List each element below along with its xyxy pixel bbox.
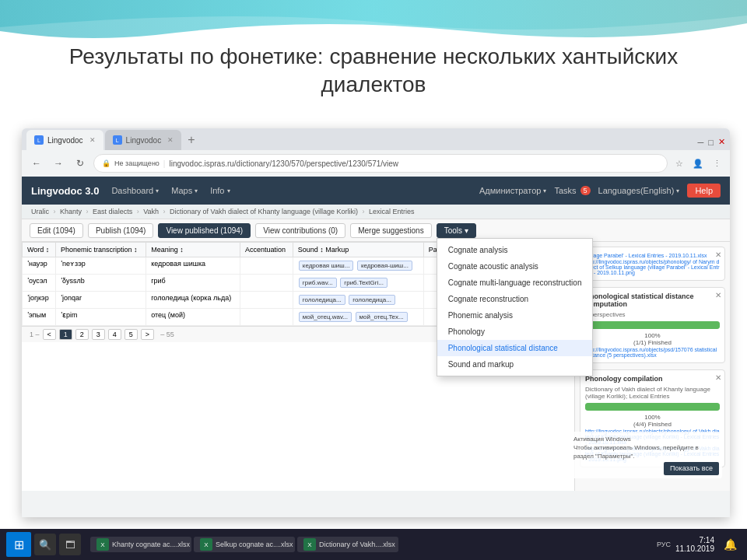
tab-favicon-1: L bbox=[34, 135, 44, 145]
sound-tag-2[interactable]: кедровая-шиш... bbox=[357, 261, 412, 271]
maximize-button[interactable]: □ bbox=[708, 138, 714, 147]
page-3[interactable]: 3 bbox=[92, 329, 105, 340]
menu-sound-markup[interactable]: Sound and markup bbox=[437, 356, 593, 373]
page-5[interactable]: 5 bbox=[124, 329, 138, 340]
tab-close-2[interactable]: ✕ bbox=[167, 136, 174, 144]
app-nav-right: Администратор ▾ Tasks 5 Languages(Englis… bbox=[479, 184, 721, 198]
sound-tag-2[interactable]: гриб.TextGri... bbox=[340, 278, 388, 288]
taskbar-app-3[interactable]: X Dictionary of Vakh....xlsx bbox=[297, 537, 398, 552]
panel-card-1-sub: 5 perspectives bbox=[585, 311, 720, 318]
page-1[interactable]: 1 bbox=[59, 329, 72, 340]
nav-dashboard[interactable]: Dashboard ▾ bbox=[111, 186, 159, 195]
col-sound-markup[interactable]: Sound ↕ Markup bbox=[293, 243, 423, 257]
publish-button[interactable]: Publish (1094) bbox=[88, 223, 153, 238]
address-bar[interactable]: 🔒 Не защищено | lingvodoc.ispras.ru/dict… bbox=[93, 154, 668, 173]
tab-label-2: Lingvodoc bbox=[126, 136, 162, 145]
tools-button[interactable]: Tools ▾ bbox=[437, 223, 476, 238]
page-4[interactable]: 4 bbox=[108, 329, 121, 340]
toolbar: Edit (1094) Publish (1094) View publishe… bbox=[22, 219, 730, 242]
tab-favicon-2: L bbox=[113, 135, 122, 145]
nav-forward-button[interactable]: → bbox=[50, 155, 67, 172]
taskbar-app-2[interactable]: X Selkup cognate ac....xlsx bbox=[194, 537, 295, 552]
sound-tag[interactable]: кедровая шиш... bbox=[299, 261, 354, 271]
sound-tag[interactable]: гриб.wav... bbox=[299, 278, 337, 288]
nav-languages[interactable]: Languages(English) ▾ bbox=[598, 186, 680, 195]
nav-back-button[interactable]: ← bbox=[28, 155, 45, 172]
notification-icon[interactable]: 🔔 bbox=[719, 534, 741, 555]
panel-close-2[interactable]: ✕ bbox=[715, 373, 721, 382]
new-tab-button[interactable]: + bbox=[183, 130, 199, 150]
cell-sound: гриб.wav... гриб.TextGri... bbox=[293, 275, 423, 292]
page-prev[interactable]: < bbox=[43, 329, 56, 340]
view-published-button[interactable]: View published (1094) bbox=[158, 223, 251, 238]
col-transcription[interactable]: Phonemic transcription ↕ bbox=[56, 243, 146, 257]
bookmark-icon[interactable]: ☆ bbox=[672, 156, 686, 170]
menu-cognate-acoustic[interactable]: Cognate acoustic analysis bbox=[437, 258, 593, 275]
top-link-2[interactable]: http://lingvodoc.ispras.ru/objects/phono… bbox=[585, 259, 720, 275]
menu-phonology[interactable]: Phonology bbox=[437, 324, 593, 340]
start-button[interactable]: ⊞ bbox=[6, 532, 31, 557]
col-word[interactable]: Word ↕ bbox=[23, 243, 56, 257]
cell-transcription: ꞌneʏзэр bbox=[56, 257, 146, 275]
nav-maps[interactable]: Maps ▾ bbox=[171, 186, 198, 195]
panel-close-top[interactable]: ✕ bbox=[715, 250, 721, 259]
account-icon[interactable]: 👤 bbox=[691, 156, 705, 170]
language-indicator: РУС bbox=[657, 541, 671, 548]
breadcrumb-item-0[interactable]: Uralic bbox=[31, 208, 49, 215]
breadcrumb-item-4[interactable]: Dictionary of Vakh dialect of Khanty lan… bbox=[170, 208, 358, 215]
menu-cognate-multilang[interactable]: Cognate multi-language reconstruction bbox=[437, 275, 593, 291]
sound-tag-2[interactable]: гололедица... bbox=[349, 295, 395, 305]
breadcrumb-item-3[interactable]: Vakh bbox=[143, 208, 159, 215]
separator: | bbox=[163, 159, 166, 168]
app-logo: Lingvodoc 3.0 bbox=[31, 185, 99, 197]
cell-accent bbox=[240, 275, 293, 292]
progress-status-1: (1/1) Finished bbox=[585, 339, 720, 346]
activation-watermark: Активация Windows Чтобы активировать Win… bbox=[574, 432, 722, 478]
nav-tasks[interactable]: Tasks 5 bbox=[554, 186, 590, 195]
col-accentuation[interactable]: Accentuation bbox=[240, 243, 293, 257]
main-area: Word ↕ Phonemic transcription ↕ Meaning … bbox=[22, 242, 730, 491]
show-all-button[interactable]: Показать все bbox=[664, 462, 719, 475]
sound-tag-2[interactable]: мой_отец.Tex... bbox=[356, 312, 408, 322]
cell-word: ꞌjоŋкэр bbox=[23, 292, 56, 309]
menu-cognate-analysis[interactable]: Cognate analysis bbox=[437, 242, 593, 258]
menu-phonemic-analysis[interactable]: Phonemic analysis bbox=[437, 307, 593, 324]
page-next[interactable]: > bbox=[141, 329, 154, 340]
not-secure-label: Не защищено bbox=[114, 159, 160, 167]
nav-refresh-button[interactable]: ↻ bbox=[72, 155, 89, 172]
url-text: lingvodoc.ispras.ru/dictionary/1230/570/… bbox=[169, 159, 398, 168]
top-link-1[interactable]: (village Parabel' - Lexical Entries - 20… bbox=[585, 253, 720, 258]
panel-close-1[interactable]: ✕ bbox=[715, 291, 721, 299]
task-view-icon[interactable]: 🗔 bbox=[59, 534, 81, 555]
progress-label-1: 100% bbox=[585, 332, 720, 339]
page-2[interactable]: 2 bbox=[75, 329, 89, 340]
taskbar-time: 7:14 11.10.2019 bbox=[675, 536, 714, 553]
panel-top-links: ✕ (village Parabel' - Lexical Entries - … bbox=[580, 247, 725, 281]
address-actions: ☆ 👤 ⋮ bbox=[672, 156, 724, 170]
menu-cognate-reconstruction[interactable]: Cognate reconstruction bbox=[437, 291, 593, 307]
search-taskbar-icon[interactable]: 🔍 bbox=[34, 534, 56, 555]
nav-info[interactable]: Info ▾ bbox=[210, 186, 230, 195]
close-button[interactable]: ✕ bbox=[718, 137, 725, 147]
menu-icon[interactable]: ⋮ bbox=[710, 156, 724, 170]
view-contributions-button[interactable]: View contributions (0) bbox=[255, 223, 345, 238]
breadcrumb-item-5[interactable]: Lexical Entries bbox=[369, 208, 415, 215]
browser-tab-2[interactable]: L Lingvodoc ✕ bbox=[105, 130, 182, 150]
menu-phonological-distance[interactable]: Phonological statistical distance bbox=[437, 340, 593, 356]
items-per-page: 55 bbox=[167, 331, 174, 338]
taskbar-app-1[interactable]: X Khanty cognate ac....xlsx bbox=[90, 537, 191, 552]
sound-tag[interactable]: мой_отец.wav... bbox=[299, 312, 352, 322]
breadcrumb-item-2[interactable]: East dialects bbox=[93, 208, 132, 215]
breadcrumb-item-1[interactable]: Khanty bbox=[60, 208, 82, 215]
edit-button[interactable]: Edit (1094) bbox=[30, 223, 83, 238]
nav-user[interactable]: Администратор ▾ bbox=[479, 186, 546, 195]
tab-close-1[interactable]: ✕ bbox=[89, 136, 96, 144]
help-button[interactable]: Help bbox=[687, 184, 721, 198]
browser-tab-1[interactable]: L Lingvodoc ✕ bbox=[26, 130, 103, 150]
minimize-button[interactable]: ─ bbox=[698, 138, 704, 147]
col-meaning[interactable]: Meaning ↕ bbox=[146, 243, 240, 257]
sound-tag[interactable]: гололедица... bbox=[299, 295, 345, 305]
cell-meaning: гололедица (корка льда) bbox=[146, 292, 240, 309]
merge-suggestions-button[interactable]: Merge suggestions bbox=[350, 223, 432, 238]
panel-link-1[interactable]: http://lingvodoc.ispras.ru/objects/psd/1… bbox=[585, 347, 720, 358]
